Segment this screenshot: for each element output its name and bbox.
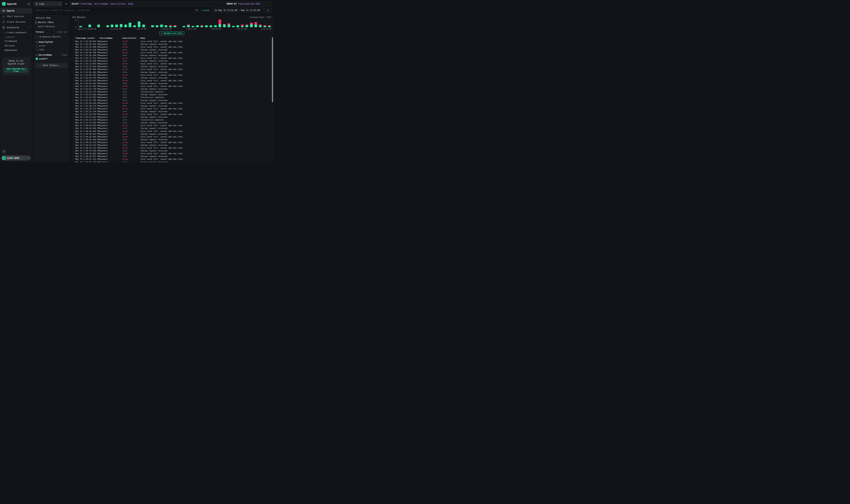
column-resize-handle[interactable] — [139, 37, 141, 39]
histogram-bar[interactable] — [142, 24, 145, 27]
sql-mode-toggle[interactable]: SQL — [195, 9, 199, 12]
column-header-timestamp[interactable]: Timestamp (Local) — [75, 37, 100, 39]
row-expand-chevron-icon[interactable] — [72, 91, 75, 93]
histogram-bar[interactable] — [210, 25, 212, 27]
row-expand-chevron-icon[interactable] — [72, 111, 75, 112]
row-expand-chevron-icon[interactable] — [72, 66, 75, 67]
histogram-bar[interactable] — [97, 24, 100, 27]
table-row[interactable]: May 15 1:41:53.260 PMpaymentinfoCharge r… — [72, 93, 271, 96]
row-expand-chevron-icon[interactable] — [72, 88, 75, 90]
histogram-bar[interactable] — [268, 25, 271, 27]
table-row[interactable]: May 15 1:41:57.183 PMpaymenterrorVisa ca… — [72, 85, 271, 88]
payment-checkbox[interactable] — [36, 58, 38, 60]
histogram-bar[interactable] — [88, 24, 91, 27]
table-row[interactable]: May 15 1:40:07.413 PMpaymenterrorVisa ca… — [72, 158, 271, 161]
preset-services[interactable]: Services — [0, 43, 32, 48]
table-row[interactable]: May 15 1:41:25.373 PMpaymenterrorVisa ca… — [72, 107, 271, 110]
row-expand-chevron-icon[interactable] — [72, 105, 75, 107]
mode-event-patterns[interactable]: Event Patterns — [36, 24, 67, 29]
row-expand-chevron-icon[interactable] — [72, 130, 75, 132]
table-row[interactable]: May 15 1:42:01.824 PMpaymenterrorVisa ca… — [72, 79, 271, 82]
table-row[interactable]: May 15 1:41:30.275 PMpaymentinfoCharge r… — [72, 105, 271, 107]
row-expand-chevron-icon[interactable] — [72, 69, 75, 70]
histogram-bar[interactable] — [250, 23, 253, 27]
histogram-bar[interactable] — [156, 25, 158, 27]
row-expand-chevron-icon[interactable] — [72, 52, 75, 53]
table-row[interactable]: May 15 1:41:47.766 PMpaymentinfoCharge r… — [72, 99, 271, 102]
row-expand-chevron-icon[interactable] — [72, 108, 75, 109]
table-row[interactable]: May 15 1:42:13.055 PMpaymenterrorVisa ca… — [72, 62, 271, 65]
local-mode-button[interactable]: U Local mode — [1, 156, 31, 160]
row-expand-chevron-icon[interactable] — [72, 63, 75, 65]
lucene-mode-toggle[interactable]: Lucene — [202, 9, 210, 12]
histogram-bar[interactable] — [236, 25, 239, 27]
table-row[interactable]: May 15 1:40:24.214 PMpaymentinfoCharge r… — [72, 144, 271, 146]
table-row[interactable]: May 15 1:42:13.019 PMpaymentinfoCharge r… — [72, 65, 271, 68]
row-expand-chevron-icon[interactable] — [72, 96, 75, 98]
preset-kubernetes[interactable]: Kubernetes — [0, 48, 32, 53]
source-select[interactable]: Logs — [34, 1, 62, 6]
table-row[interactable]: May 15 1:40:14.511 PMpaymenterrorVisa ca… — [72, 147, 271, 149]
row-expand-chevron-icon[interactable] — [72, 46, 75, 48]
row-expand-chevron-icon[interactable] — [72, 122, 75, 124]
row-expand-chevron-icon[interactable] — [72, 116, 75, 118]
histogram-bar[interactable] — [165, 25, 167, 27]
row-expand-chevron-icon[interactable] — [72, 43, 75, 45]
row-expand-chevron-icon[interactable] — [72, 102, 75, 104]
row-expand-chevron-icon[interactable] — [72, 80, 75, 82]
row-expand-chevron-icon[interactable] — [72, 86, 75, 87]
row-expand-chevron-icon[interactable] — [72, 94, 75, 95]
info-checkbox[interactable] — [36, 49, 38, 51]
column-header-body[interactable]: Body — [141, 37, 271, 39]
histogram-bar[interactable] — [241, 24, 243, 27]
table-row[interactable]: May 15 1:41:30.283 PMpaymenterrorVisa ca… — [72, 102, 271, 105]
facet-clear-link[interactable]: Clear — [61, 54, 67, 56]
time-range-picker[interactable]: May 15 13:32:00 - May 15 13:43:00 — [213, 8, 263, 13]
search-input[interactable] — [34, 8, 211, 13]
table-row[interactable]: May 15 1:40:10.597 PMpaymentinfoCharge r… — [72, 155, 271, 158]
row-expand-chevron-icon[interactable] — [72, 77, 75, 79]
denoise-checkbox[interactable] — [36, 36, 38, 38]
table-row[interactable]: May 15 1:42:27.131 PMpaymenterrorVisa ca… — [72, 57, 271, 60]
histogram-bar[interactable] — [205, 25, 208, 27]
histogram-bar[interactable] — [214, 25, 217, 27]
vertical-scrollbar[interactable] — [272, 37, 273, 102]
table-row[interactable]: May 15 1:42:05.450 PMpaymentinfoCharge r… — [72, 71, 271, 74]
table-row[interactable]: May 15 1:40:44.563 PMpaymenterrorVisa ca… — [72, 124, 271, 127]
row-expand-chevron-icon[interactable] — [72, 100, 75, 101]
histogram-bar[interactable] — [124, 24, 127, 27]
table-row[interactable]: May 15 1:42:04.376 PMpaymentinfoCharge r… — [72, 76, 271, 79]
table-row[interactable]: May 15 1:41:14.373 PMpaymentinfoTransact… — [72, 119, 271, 121]
sidebar-item-search[interactable]: Search — [0, 8, 32, 14]
row-expand-chevron-icon[interactable] — [72, 57, 75, 59]
histogram-bar[interactable] — [138, 21, 140, 27]
histogram-bar[interactable] — [120, 24, 123, 27]
preset-clickhouse[interactable]: Clickhouse — [0, 39, 32, 43]
row-expand-chevron-icon[interactable] — [72, 60, 75, 62]
row-expand-chevron-icon[interactable] — [72, 156, 75, 157]
histogram-bar[interactable] — [259, 24, 261, 27]
filter-option-info[interactable]: info — [36, 48, 67, 52]
row-expand-chevron-icon[interactable] — [72, 161, 75, 162]
row-expand-chevron-icon[interactable] — [72, 113, 75, 115]
row-expand-chevron-icon[interactable] — [72, 153, 75, 154]
histogram-bar[interactable] — [106, 25, 109, 27]
table-row[interactable]: May 15 1:42:36.184 PMpaymentinfoCharge r… — [72, 54, 271, 57]
row-expand-chevron-icon[interactable] — [72, 49, 75, 51]
table-options-icon[interactable] — [270, 37, 271, 39]
histogram-bar[interactable] — [183, 26, 185, 27]
table-row[interactable]: May 15 1:40:24.219 PMpaymenterrorVisa ca… — [72, 141, 271, 144]
column-header-servicename[interactable]: ServiceName — [100, 37, 123, 39]
filter-option-payment[interactable]: payment — [36, 57, 67, 61]
histogram-bar[interactable] — [218, 20, 221, 27]
table-row[interactable]: May 15 1:40:07.410 PMpaymentinfoCharge r… — [72, 161, 271, 162]
table-row[interactable]: May 15 1:40:38.462 PMpaymentinfoCharge r… — [72, 132, 271, 135]
row-expand-chevron-icon[interactable] — [72, 127, 75, 129]
histogram-bar[interactable] — [201, 25, 203, 27]
row-expand-chevron-icon[interactable] — [72, 55, 75, 56]
row-expand-chevron-icon[interactable] — [72, 41, 75, 42]
table-row[interactable]: May 15 1:42:43.336 PMpaymentinfoCharge r… — [72, 48, 271, 51]
histogram-bar[interactable] — [115, 24, 118, 27]
denoise-results-checkbox-row[interactable]: Denoise Results — [36, 35, 67, 39]
table-row[interactable]: May 15 1:42:05.460 PMpaymenterrorVisa ca… — [72, 68, 271, 71]
